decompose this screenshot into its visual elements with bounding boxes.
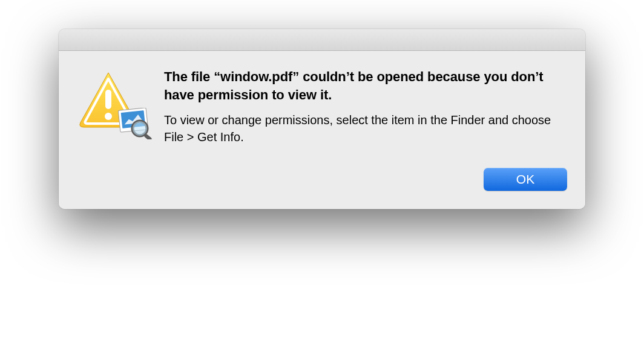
preview-app-icon — [116, 108, 153, 142]
dialog-button-row: OK — [59, 161, 585, 209]
dialog-heading: The file “window.pdf” couldn’t be opened… — [164, 68, 567, 104]
dialog-titlebar — [59, 29, 585, 51]
dialog-text: The file “window.pdf” couldn’t be opened… — [164, 68, 567, 146]
ok-button[interactable]: OK — [484, 168, 567, 191]
svg-point-1 — [105, 113, 112, 120]
dialog-icon-area — [77, 68, 150, 141]
dialog-description: To view or change permissions, select th… — [164, 112, 567, 145]
permission-denied-dialog: The file “window.pdf” couldn’t be opened… — [59, 29, 585, 209]
svg-point-5 — [133, 121, 147, 136]
dialog-content: The file “window.pdf” couldn’t be opened… — [59, 51, 585, 161]
svg-rect-0 — [105, 90, 111, 109]
